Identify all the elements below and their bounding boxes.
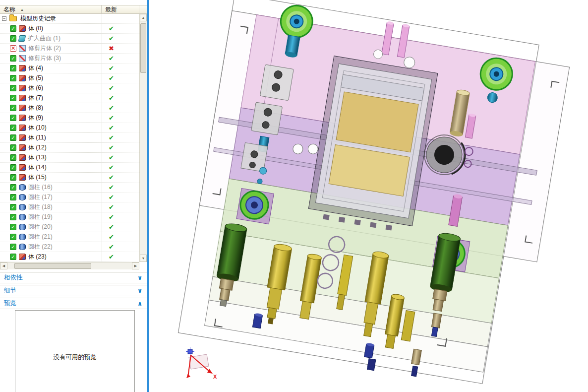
tree-item-10[interactable]: ✓体 (10)✔: [0, 123, 139, 133]
feature-label: 圆柱 (16): [27, 183, 102, 192]
chevron-down-icon[interactable]: ∨: [137, 287, 142, 294]
graphics-viewport[interactable]: X: [149, 0, 588, 392]
section-preview[interactable]: 预览 ∧: [0, 298, 147, 309]
status-ok-icon: ✔: [102, 193, 139, 202]
tree-item-12[interactable]: ✓体 (12)✔: [0, 143, 139, 153]
checkbox-checked-icon[interactable]: ✓: [10, 154, 16, 161]
checkbox-checked-icon[interactable]: ✓: [10, 105, 16, 111]
scroll-down-button[interactable]: ▼: [140, 255, 147, 262]
column-header-latest[interactable]: 最新: [102, 5, 139, 13]
tree-item-22[interactable]: ✓圆柱 (22)✔: [0, 242, 139, 252]
tree-item-0[interactable]: ✓体 (0)✔: [0, 24, 139, 34]
horizontal-scroll-track[interactable]: [7, 262, 132, 269]
feature-label: 圆柱 (20): [27, 223, 102, 231]
feature-label: 扩大曲面 (1): [26, 34, 102, 43]
checkbox-checked-icon[interactable]: ✓: [10, 85, 16, 91]
tree-item-5[interactable]: ✓体 (5)✔: [0, 73, 139, 83]
status-ok-icon: ✔: [102, 123, 139, 132]
feature-label: 体 (4): [27, 64, 102, 72]
checkbox-checked-icon[interactable]: ✓: [10, 244, 16, 250]
checkbox-checked-icon[interactable]: ✓: [10, 204, 16, 210]
tree-item-23[interactable]: ✓体 (23)✔: [0, 252, 139, 262]
tree-item-9[interactable]: ✓体 (9)✔: [0, 113, 139, 123]
section-dependencies[interactable]: 相依性 ∨: [0, 272, 147, 283]
body-feature-icon: [19, 75, 26, 81]
checkbox-checked-icon[interactable]: ✓: [10, 115, 16, 121]
checkbox-checked-icon[interactable]: ✓: [10, 144, 16, 151]
part-navigator-panel: 名称 ▲ 最新 − 模型历史记录 ✓体 (0)✔✓扩大曲面 (1)✔✕修剪片体 …: [0, 0, 147, 392]
tree-item-4[interactable]: ✓体 (4)✔: [0, 64, 139, 73]
chevron-up-icon[interactable]: ∧: [137, 300, 142, 307]
body-feature-icon: [19, 174, 26, 181]
tree-item-1[interactable]: ✓扩大曲面 (1)✔: [0, 34, 139, 44]
checkbox-checked-icon[interactable]: ✓: [10, 75, 16, 81]
tree-horizontal-scrollbar[interactable]: ◀ ▶: [0, 262, 139, 269]
tree-root-model-history[interactable]: − 模型历史记录: [0, 14, 139, 24]
status-ok-icon: ✔: [102, 24, 139, 33]
status-ok-icon: ✔: [102, 103, 139, 113]
tree-item-11[interactable]: ✓体 (11)✔: [0, 133, 139, 143]
checkbox-error-icon[interactable]: ✕: [10, 45, 16, 52]
mold-assembly-view: X: [149, 0, 588, 392]
chevron-down-icon[interactable]: ∨: [137, 274, 142, 281]
checkbox-checked-icon[interactable]: ✓: [10, 174, 16, 181]
status-ok-icon: ✔: [102, 232, 139, 242]
feature-label: 体 (0): [27, 24, 102, 33]
root-label: 模型历史记录: [19, 14, 102, 23]
status-ok-icon: ✔: [102, 83, 139, 93]
vertical-scroll-thumb[interactable]: [140, 23, 146, 73]
status-ok-icon: ✔: [102, 153, 139, 162]
feature-label: 体 (7): [27, 94, 102, 102]
feature-label: 体 (5): [27, 74, 102, 82]
status-ok-icon: ✔: [102, 54, 139, 63]
checkbox-checked-icon[interactable]: ✓: [10, 25, 16, 32]
collapse-expander-icon[interactable]: −: [2, 16, 6, 21]
body-feature-icon: [19, 254, 26, 260]
checkbox-checked-icon[interactable]: ✓: [10, 55, 16, 62]
tree-item-8[interactable]: ✓体 (8)✔: [0, 103, 139, 113]
feature-label: 圆柱 (22): [27, 243, 102, 251]
tree-vertical-scrollbar[interactable]: ▲ ▼: [139, 14, 147, 262]
tree-item-17[interactable]: ✓圆柱 (17)✔: [0, 193, 139, 202]
checkbox-checked-icon[interactable]: ✓: [10, 164, 16, 171]
tree-item-19[interactable]: ✓圆柱 (19)✔: [0, 212, 139, 222]
checkbox-checked-icon[interactable]: ✓: [10, 224, 16, 230]
tree-item-14[interactable]: ✓体 (14)✔: [0, 163, 139, 173]
checkbox-checked-icon[interactable]: ✓: [10, 184, 16, 191]
tree-item-6[interactable]: ✓体 (6)✔: [0, 83, 139, 93]
vertical-scroll-track[interactable]: [140, 21, 147, 255]
checkbox-checked-icon[interactable]: ✓: [10, 65, 16, 71]
sort-ascending-icon: ▲: [20, 8, 24, 11]
scroll-right-button[interactable]: ▶: [132, 262, 139, 269]
tree-item-7[interactable]: ✓体 (7)✔: [0, 93, 139, 103]
tree-item-2[interactable]: ✕修剪片体 (2)✖: [0, 44, 139, 54]
horizontal-scroll-thumb[interactable]: [14, 263, 91, 269]
scroll-up-button[interactable]: ▲: [140, 14, 147, 21]
checkbox-checked-icon[interactable]: ✓: [10, 134, 16, 141]
status-error-icon: ✖: [102, 44, 139, 53]
section-details[interactable]: 细节 ∨: [0, 285, 147, 296]
body-feature-icon: [19, 95, 26, 101]
tree-item-21[interactable]: ✓圆柱 (21)✔: [0, 232, 139, 242]
checkbox-checked-icon[interactable]: ✓: [10, 194, 16, 200]
section-label: 相依性: [4, 273, 23, 282]
body-feature-icon: [19, 85, 26, 91]
tree-item-15[interactable]: ✓体 (15)✔: [0, 173, 139, 183]
status-ok-icon: ✔: [102, 252, 139, 261]
tree-column-headers: 名称 ▲ 最新: [0, 5, 147, 14]
tree-item-16[interactable]: ✓圆柱 (16)✔: [0, 183, 139, 193]
tree-item-20[interactable]: ✓圆柱 (20)✔: [0, 222, 139, 232]
tree-item-3[interactable]: ✓修剪片体 (3)✔: [0, 54, 139, 64]
checkbox-checked-icon[interactable]: ✓: [10, 214, 16, 220]
column-header-name[interactable]: 名称 ▲: [0, 5, 102, 13]
scroll-left-button[interactable]: ◀: [0, 262, 7, 269]
feature-label: 圆柱 (21): [27, 233, 102, 241]
checkbox-checked-icon[interactable]: ✓: [10, 254, 16, 260]
tree-item-18[interactable]: ✓圆柱 (18)✔: [0, 202, 139, 212]
checkbox-checked-icon[interactable]: ✓: [10, 234, 16, 240]
column-name-label: 名称: [3, 5, 15, 14]
tree-item-13[interactable]: ✓体 (13)✔: [0, 153, 139, 163]
checkbox-checked-icon[interactable]: ✓: [10, 35, 16, 42]
checkbox-checked-icon[interactable]: ✓: [10, 125, 16, 131]
checkbox-checked-icon[interactable]: ✓: [10, 95, 16, 101]
